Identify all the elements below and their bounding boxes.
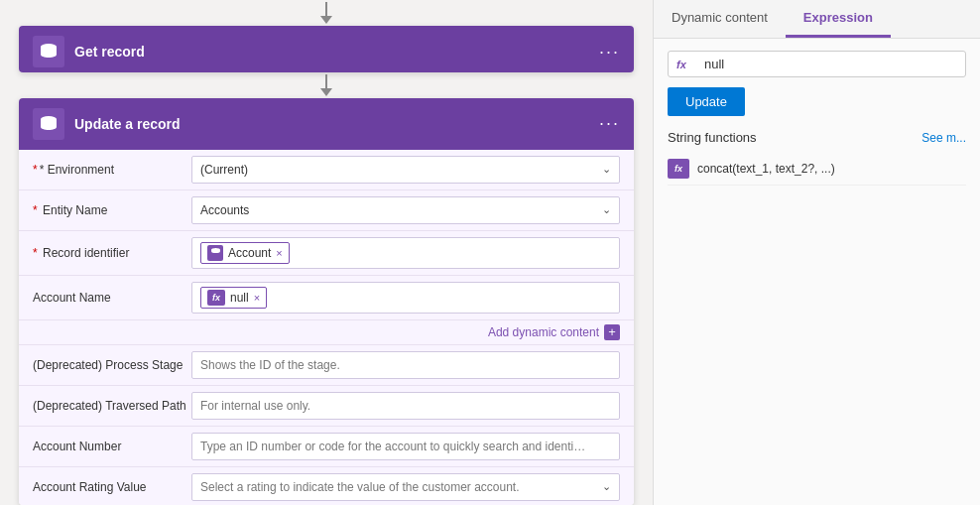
remove-account-tag[interactable]: × bbox=[276, 247, 282, 259]
account-number-label: Account Number bbox=[33, 440, 191, 453]
account-number-placeholder: Type an ID number or code for the accoun… bbox=[200, 440, 587, 453]
string-functions-row: String functions See m... bbox=[668, 130, 966, 145]
deprecated-traversed-row: (Deprecated) Traversed Path For internal… bbox=[19, 386, 634, 427]
fx-input-row: fx null bbox=[668, 51, 966, 77]
account-rating-label: Account Rating Value bbox=[33, 480, 191, 494]
entity-name-row: * Entity Name Accounts ⌄ bbox=[19, 190, 634, 231]
connector-middle bbox=[320, 74, 332, 96]
record-id-label: * Record identifier bbox=[33, 246, 191, 260]
dynamic-content-row: Add dynamic content + bbox=[19, 320, 634, 345]
dynamic-content-label: Add dynamic content bbox=[488, 325, 599, 339]
get-record-icon bbox=[33, 36, 64, 67]
connector-top bbox=[320, 2, 332, 24]
panel-body: fx null Update String functions See m...… bbox=[654, 39, 980, 505]
update-record-title: Update a record bbox=[74, 116, 599, 132]
update-record-menu[interactable]: ··· bbox=[599, 113, 620, 134]
tab-expression[interactable]: Expression bbox=[786, 0, 891, 38]
see-more-link[interactable]: See m... bbox=[921, 131, 966, 145]
fx-label-icon: fx bbox=[676, 59, 696, 70]
arrow-head-2 bbox=[320, 88, 332, 96]
environment-dropdown[interactable]: (Current) ⌄ bbox=[191, 156, 620, 184]
fx-null-label: null bbox=[230, 291, 249, 305]
account-name-row: Account Name fx null × bbox=[19, 276, 634, 320]
tab-dynamic-content[interactable]: Dynamic content bbox=[654, 0, 786, 38]
main-canvas: Get record ··· Update a record ··· bbox=[0, 0, 653, 505]
environment-value: (Current) bbox=[200, 163, 248, 177]
environment-row: ** Environment (Current) ⌄ bbox=[19, 150, 634, 190]
panel-tabs: Dynamic content Expression bbox=[654, 0, 980, 39]
account-rating-row: Account Rating Value Select a rating to … bbox=[19, 467, 634, 505]
account-name-field[interactable]: fx null × bbox=[191, 282, 620, 314]
plus-icon: + bbox=[604, 324, 620, 340]
update-record-icon bbox=[33, 108, 64, 140]
deprecated-traversed-field[interactable]: For internal use only. bbox=[191, 392, 620, 420]
deprecated-process-label: (Deprecated) Process Stage bbox=[33, 358, 191, 372]
deprecated-process-field[interactable]: Shows the ID of the stage. bbox=[191, 351, 620, 379]
account-rating-placeholder: Select a rating to indicate the value of… bbox=[200, 480, 520, 494]
account-rating-dropdown[interactable]: Select a rating to indicate the value of… bbox=[191, 473, 620, 501]
arrow-line-2 bbox=[325, 74, 327, 88]
deprecated-process-row: (Deprecated) Process Stage Shows the ID … bbox=[19, 345, 634, 386]
chevron-down-icon-2: ⌄ bbox=[602, 203, 611, 216]
entity-value: Accounts bbox=[200, 203, 249, 217]
chevron-down-icon: ⌄ bbox=[602, 163, 611, 176]
concat-function-name: concat(text_1, text_2?, ...) bbox=[697, 162, 835, 176]
account-number-field[interactable]: Type an ID number or code for the accoun… bbox=[191, 433, 620, 460]
account-name-label: Account Name bbox=[33, 291, 191, 305]
environment-label: ** Environment bbox=[33, 163, 191, 177]
update-record-card: Update a record ··· ** Environment (Curr… bbox=[19, 98, 634, 505]
database-icon-2 bbox=[39, 114, 59, 134]
remove-fx-chip[interactable]: × bbox=[254, 292, 260, 304]
fx-null-chip: fx null × bbox=[200, 287, 267, 309]
arrow-line bbox=[325, 2, 327, 16]
entity-name-dropdown[interactable]: Accounts ⌄ bbox=[191, 196, 620, 224]
fx-badge-icon: fx bbox=[207, 290, 225, 306]
arrow-head bbox=[320, 16, 332, 24]
fx-input-value[interactable]: null bbox=[704, 57, 957, 71]
update-record-body: ** Environment (Current) ⌄ * Entity Name… bbox=[19, 150, 634, 505]
function-fx-icon: fx bbox=[668, 159, 689, 179]
add-dynamic-content-button[interactable]: Add dynamic content + bbox=[488, 324, 620, 340]
get-record-card: Get record ··· bbox=[19, 26, 634, 72]
concat-function-item[interactable]: fx concat(text_1, text_2?, ...) bbox=[668, 153, 966, 186]
chevron-down-icon-3: ⌄ bbox=[602, 480, 611, 493]
account-tag-label: Account bbox=[228, 246, 271, 260]
entity-name-label: * Entity Name bbox=[33, 203, 191, 217]
record-id-row: * Record identifier Account × bbox=[19, 231, 634, 276]
update-button[interactable]: Update bbox=[668, 87, 745, 116]
record-id-field[interactable]: Account × bbox=[191, 237, 620, 269]
deprecated-traversed-placeholder: For internal use only. bbox=[200, 399, 310, 413]
update-record-header: Update a record ··· bbox=[19, 98, 634, 150]
deprecated-process-placeholder: Shows the ID of the stage. bbox=[200, 358, 340, 372]
right-panel: Dynamic content Expression fx null Updat… bbox=[653, 0, 980, 505]
get-record-menu[interactable]: ··· bbox=[599, 42, 620, 63]
database-icon bbox=[39, 42, 59, 62]
account-tag: Account × bbox=[200, 242, 290, 264]
string-functions-label: String functions bbox=[668, 130, 757, 145]
account-number-row: Account Number Type an ID number or code… bbox=[19, 427, 634, 467]
get-record-header: Get record ··· bbox=[19, 26, 634, 72]
deprecated-traversed-label: (Deprecated) Traversed Path bbox=[33, 399, 191, 413]
tag-db-icon bbox=[207, 245, 223, 261]
get-record-title: Get record bbox=[74, 44, 599, 60]
